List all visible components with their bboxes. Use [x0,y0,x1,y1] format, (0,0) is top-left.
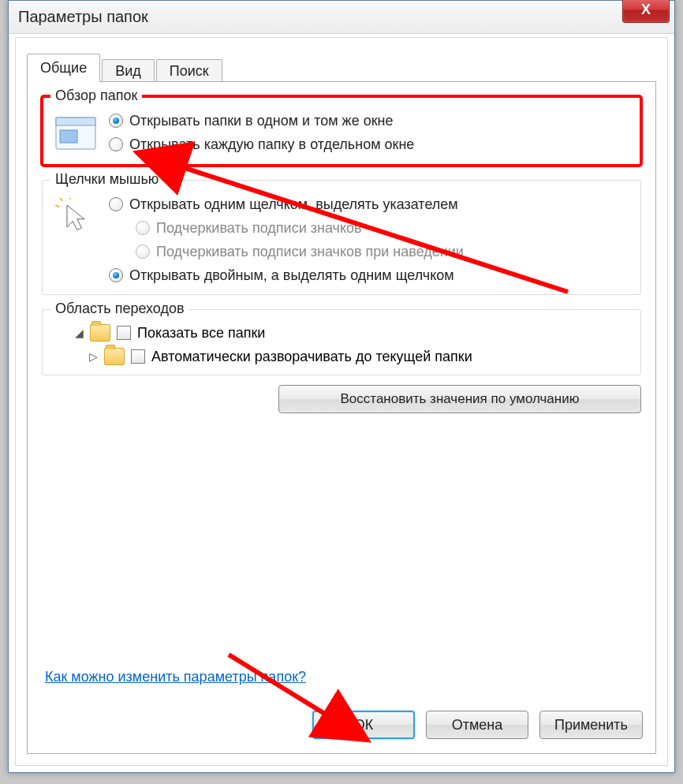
radio-underline-always [136,221,150,235]
radio-single-click[interactable] [109,197,123,211]
close-icon: X [641,2,651,18]
radio-same-window-row[interactable]: Открывать папки в одном и том же окне [109,111,631,130]
radio-separate-window[interactable] [109,137,123,151]
ok-button[interactable]: ОК [312,711,415,739]
group-browse-legend: Обзор папок [50,88,142,104]
group-click-legend: Щелчки мышью [50,171,163,188]
tree-expand-icon[interactable]: ▷ [88,350,98,363]
help-link[interactable]: Как можно изменить параметры папок? [45,669,306,685]
svg-line-4 [60,198,63,201]
radio-separate-window-label: Открывать каждую папку в отдельном окне [129,135,414,154]
checkbox-show-all[interactable] [117,326,131,340]
tab-search[interactable]: Поиск [156,59,222,83]
restore-defaults-button[interactable]: Восстановить значения по умолчанию [278,385,641,413]
radio-double-click-row[interactable]: Открывать двойным, а выделять одним щелч… [109,266,631,285]
tab-strip: Общие Вид Поиск [27,52,224,82]
group-browse-folders: Обзор папок Открывать папки в одном и то… [42,96,641,166]
checkbox-show-all-label: Показать все папки [137,325,265,342]
group-nav-legend: Область переходов [50,301,189,317]
radio-same-window-label: Открывать папки в одном и том же окне [129,111,394,130]
checkbox-auto-expand-label: Автоматически разворачивать до текущей п… [151,349,472,365]
radio-single-click-row[interactable]: Открывать одним щелчком, выделять указат… [109,195,631,214]
radio-double-click[interactable] [109,268,123,282]
tab-view[interactable]: Вид [102,59,155,83]
svg-line-6 [55,205,60,207]
tree-collapse-icon[interactable]: ◢ [74,327,84,339]
cancel-button[interactable]: Отмена [426,711,528,739]
tab-panel-general: Обзор папок Открывать папки в одном и то… [27,81,656,754]
nav-show-all-row[interactable]: ◢ Показать все папки [74,324,631,342]
checkbox-auto-expand[interactable] [131,349,145,364]
svg-line-5 [70,198,72,200]
radio-double-click-label: Открывать двойным, а выделять одним щелч… [129,266,454,285]
radio-underline-hover [136,245,150,259]
radio-separate-window-row[interactable]: Открывать каждую папку в отдельном окне [109,135,631,154]
browse-window-icon [52,111,99,155]
folder-options-dialog: Параметры папок X Общие Вид Поиск Обзор … [8,0,675,773]
radio-underline-hover-label: Подчеркивать подписи значков при наведен… [156,242,464,261]
close-button[interactable]: X [622,0,670,23]
radio-underline-hover-row: Подчеркивать подписи значков при наведен… [136,242,631,261]
cursor-click-icon [52,195,99,239]
titlebar[interactable]: Параметры папок X [9,1,674,34]
group-navigation-pane: Область переходов ◢ Показать все папки ▷ [42,309,641,375]
folder-icon [90,324,110,342]
svg-marker-3 [67,205,84,230]
radio-single-click-label: Открывать одним щелчком, выделять указат… [129,195,458,214]
svg-rect-2 [60,130,77,143]
nav-auto-expand-row[interactable]: ▷ Автоматически разворачивать до текущей… [88,348,631,365]
svg-rect-1 [56,118,95,125]
dialog-button-row: ОК Отмена Применить [312,711,643,739]
client-area: Общие Вид Поиск Обзор папок [15,37,668,766]
radio-underline-always-row: Подчеркивать подписи значков [136,218,631,237]
folder-icon [104,348,125,365]
group-click-items: Щелчки мышью Открывать одним щ [42,180,641,295]
apply-button[interactable]: Применить [539,711,643,739]
radio-underline-always-label: Подчеркивать подписи значков [156,218,362,237]
radio-same-window[interactable] [109,114,123,128]
tab-general[interactable]: Общие [27,54,100,82]
window-title: Параметры папок [18,8,148,26]
